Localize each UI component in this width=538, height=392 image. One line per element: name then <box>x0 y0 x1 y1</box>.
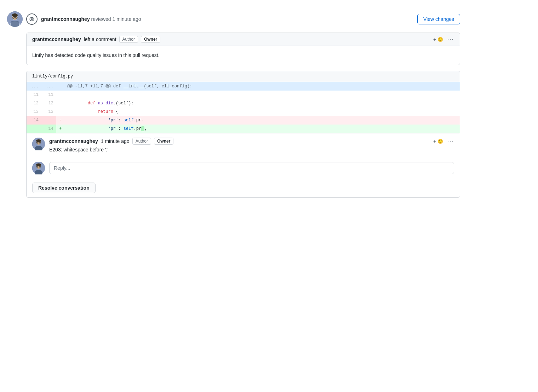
diff-old-num: 12 <box>27 99 41 108</box>
diff-removed-row: 14 - 'pr': self.pr, <box>27 116 460 125</box>
inline-emoji-react-button[interactable]: + 🙂 <box>433 139 443 144</box>
diff-line-content <box>64 91 460 99</box>
inline-comment-meta: grantmcconnaughey 1 minute ago Author Ow… <box>49 138 173 145</box>
author-badge: Author <box>119 36 138 43</box>
reviewer-username: grantmcconnaughey <box>41 16 90 22</box>
diff-sign <box>56 91 64 99</box>
eye-icon <box>26 13 38 25</box>
review-header-left: grantmcconnaughey reviewed 1 minute ago <box>7 11 141 27</box>
diff-line-content: def as_dict(self): <box>64 99 460 108</box>
review-header: grantmcconnaughey reviewed 1 minute ago … <box>7 7 460 33</box>
diff-file-header: lintly/config.py <box>27 71 460 82</box>
comment-text: Lintly has detected code quality issues … <box>32 52 160 58</box>
inline-comment-header: grantmcconnaughey 1 minute ago Author Ow… <box>49 138 454 145</box>
diff-new-num: 12 <box>41 99 56 108</box>
diff-new-num: 11 <box>41 91 56 99</box>
diff-new-num: 13 <box>41 108 56 116</box>
inline-comment-section: grantmcconnaughey 1 minute ago Author Ow… <box>27 133 460 197</box>
diff-hunk-content: @@ -11,7 +11,7 @@ def __init__(self, cli… <box>64 82 460 91</box>
review-action: reviewed <box>91 16 111 22</box>
diff-old-num: ... <box>27 82 41 91</box>
diff-line-content: 'pr': self.pr , <box>64 125 460 133</box>
diff-sign <box>56 99 64 108</box>
diff-sign <box>56 82 64 91</box>
view-changes-button[interactable]: View changes <box>417 14 460 24</box>
svg-point-5 <box>12 13 18 17</box>
svg-point-19 <box>36 163 41 166</box>
resolve-conversation-button[interactable]: Resolve conversation <box>32 183 96 193</box>
diff-table: ... ... @@ -11,7 +11,7 @@ def __init__(s… <box>27 82 460 133</box>
avatar <box>7 11 23 27</box>
diff-hunk-row: ... ... @@ -11,7 +11,7 @@ def __init__(s… <box>27 82 460 91</box>
diff-sign: + <box>56 125 64 133</box>
diff-old-num: 11 <box>27 91 41 99</box>
diff-added-row: 14 + 'pr': self.pr , <box>27 125 460 133</box>
inline-comment-body: E203: whitespace before ';' <box>49 146 454 154</box>
diff-filename: lintly/config.py <box>32 74 73 79</box>
diff-line-content: return { <box>64 108 460 116</box>
diff-context-row: 13 13 return { <box>27 108 460 116</box>
inline-author-badge: Author <box>132 138 151 145</box>
inline-comment-content: grantmcconnaughey 1 minute ago Author Ow… <box>49 138 454 154</box>
inline-more-options-icon[interactable]: ··· <box>447 138 454 144</box>
inline-comment-time: 1 minute ago <box>101 138 130 144</box>
review-meta: grantmcconnaughey reviewed 1 minute ago <box>41 16 141 22</box>
diff-context-row: 12 12 def as_dict(self): <box>27 99 460 108</box>
svg-rect-3 <box>11 21 19 27</box>
diff-old-num <box>27 125 41 133</box>
inline-owner-badge: Owner <box>154 138 173 145</box>
comment-username: grantmcconnaughey <box>32 36 81 42</box>
comment-header-right: + 🙂 ··· <box>433 36 454 42</box>
more-options-icon[interactable]: ··· <box>447 36 454 42</box>
comment-header: grantmcconnaughey left a comment Author … <box>27 33 460 46</box>
inline-comment-username: grantmcconnaughey <box>49 138 98 144</box>
diff-line-content: 'pr': self.pr, <box>64 116 460 125</box>
diff-sign: - <box>56 116 64 125</box>
reply-input[interactable]: Reply... <box>49 162 454 174</box>
inline-comment: grantmcconnaughey 1 minute ago Author Ow… <box>27 133 460 158</box>
reply-section: Reply... <box>27 158 460 178</box>
diff-old-num: 14 <box>27 116 41 125</box>
review-time: 1 minute ago <box>113 16 141 22</box>
diff-new-num: 14 <box>41 125 56 133</box>
resolve-section: Resolve conversation <box>27 178 460 197</box>
comment-header-left: grantmcconnaughey left a comment Author … <box>32 36 160 43</box>
diff-old-num: 13 <box>27 108 41 116</box>
avatar-small <box>32 138 45 150</box>
inline-comment-actions: + 🙂 ··· <box>433 138 454 144</box>
smiley-icon: 🙂 <box>437 139 443 144</box>
plus-icon: + <box>433 139 436 144</box>
reply-avatar <box>32 162 45 174</box>
plus-icon: + <box>433 37 436 42</box>
diff-sign <box>56 108 64 116</box>
emoji-react-button[interactable]: + 🙂 <box>433 37 443 42</box>
diff-new-num: ... <box>41 82 56 91</box>
review-container: grantmcconnaughey reviewed 1 minute ago … <box>7 7 460 198</box>
diff-context-row: 11 11 <box>27 91 460 99</box>
comment-body: Lintly has detected code quality issues … <box>27 46 460 65</box>
smiley-icon: 🙂 <box>437 37 443 42</box>
owner-badge: Owner <box>141 36 160 43</box>
diff-container: lintly/config.py ... ... @@ -11,7 +11,7 … <box>26 71 460 198</box>
diff-new-num <box>41 116 56 125</box>
comment-action: left a comment <box>84 36 116 42</box>
svg-point-12 <box>36 139 41 142</box>
main-comment-box: grantmcconnaughey left a comment Author … <box>26 33 460 65</box>
